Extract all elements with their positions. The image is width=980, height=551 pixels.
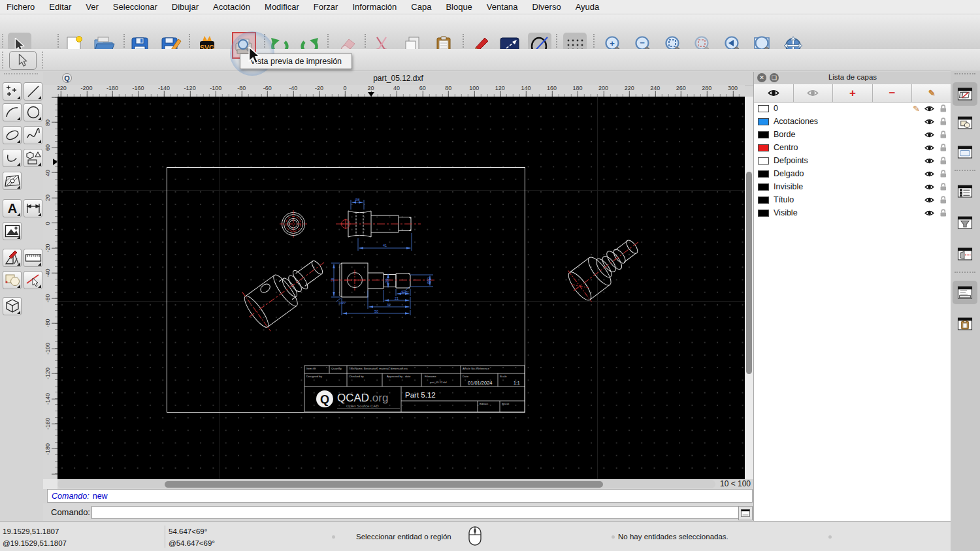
layer-name: Acotaciones [774, 117, 818, 126]
layer-row-7[interactable]: Título [754, 193, 951, 206]
svg-text:Q: Q [320, 393, 329, 406]
layer-row-2[interactable]: Borde [754, 128, 951, 141]
layer-visibility-icon[interactable] [924, 144, 934, 151]
drawing-canvas[interactable]: Ø8 41 18 Ø9 Ø10 1x45 [57, 97, 745, 479]
layer-visibility-icon[interactable] [924, 105, 934, 112]
blocks-panel-icon-button[interactable] [953, 111, 977, 134]
layer-row-3[interactable]: Centro [754, 141, 951, 154]
h-ruler-label: 300 [728, 85, 738, 91]
layer-toolbar: + − ✎ [754, 84, 951, 102]
layer-row-6[interactable]: Invisible [754, 180, 951, 193]
layer-lock-icon[interactable] [939, 209, 947, 217]
status-dot [828, 535, 832, 539]
spline-tool-button[interactable] [24, 126, 42, 144]
command-panel-button[interactable] [738, 506, 753, 520]
command-line-panel-icon-button[interactable] [953, 281, 977, 304]
solid-3d-tool-button[interactable] [3, 297, 22, 315]
measure-tool-button[interactable] [24, 249, 42, 267]
text-tool-button[interactable]: A [3, 199, 22, 217]
ellipse-tool-palette-button[interactable] [3, 126, 22, 144]
remove-layer-button[interactable]: − [873, 84, 913, 102]
menu-ayuda[interactable]: Ayuda [576, 2, 600, 12]
layer-lock-icon[interactable] [939, 131, 947, 138]
layer-row-1[interactable]: Acotaciones [754, 115, 951, 128]
horizontal-scrollbar-track[interactable] [57, 480, 715, 488]
status-dot [612, 535, 615, 539]
point-tool-icon [5, 84, 20, 99]
menu-capa[interactable]: Capa [411, 2, 431, 12]
svg-text:Designed by: Designed by [306, 375, 323, 378]
circle-tool-button[interactable] [24, 103, 42, 121]
menu-seleccionar[interactable]: Seleccionar [113, 2, 157, 12]
horizontal-scrollbar-thumb[interactable] [165, 481, 603, 488]
document-title[interactable]: part_05.12.dxf [43, 74, 753, 83]
command-input[interactable] [91, 506, 743, 519]
selection-mode-button[interactable] [9, 51, 37, 70]
layer-visibility-icon[interactable] [924, 118, 934, 125]
layer-row-0[interactable]: 0 ✎ [754, 102, 951, 115]
layer-visibility-icon[interactable] [924, 183, 934, 191]
layer-lock-icon[interactable] [939, 196, 947, 204]
layer-visibility-icon[interactable] [924, 170, 934, 178]
menu-ver[interactable]: Ver [86, 2, 99, 12]
property-editor-icon-button[interactable] [953, 180, 977, 203]
point-tool-button[interactable] [3, 82, 22, 101]
toolbar-handle[interactable] [42, 52, 43, 69]
toolbar-handle[interactable] [955, 73, 975, 74]
hide-all-layers-button[interactable] [794, 84, 834, 102]
shapes-icon [25, 151, 41, 165]
layer-row-5[interactable]: Delgado [754, 167, 951, 180]
layer-lock-icon[interactable] [939, 183, 947, 191]
toolbar-handle[interactable] [2, 52, 3, 69]
layer-row-8[interactable]: Visible [754, 206, 951, 219]
edit-layer-button[interactable]: ✎ [912, 84, 951, 102]
layer-row-4[interactable]: Defpoints [754, 154, 951, 167]
menu-bloque[interactable]: Bloque [446, 2, 472, 12]
h-ruler-label: 120 [495, 85, 505, 91]
menu-acotacion[interactable]: Acotación [213, 2, 250, 12]
menu-informacion[interactable]: Información [352, 2, 397, 12]
menu-dibujar[interactable]: Dibujar [172, 2, 199, 12]
layer-lock-icon[interactable] [939, 144, 947, 151]
eye-icon [768, 89, 779, 97]
vertical-scrollbar[interactable] [745, 97, 753, 479]
layer-visibility-icon[interactable] [924, 157, 934, 165]
menu-diverso[interactable]: Diverso [532, 2, 561, 12]
layers-panel-icon-button[interactable] [953, 82, 977, 106]
views-panel-icon-button[interactable] [953, 140, 977, 164]
line-tool-palette-button[interactable] [24, 82, 42, 101]
menu-modificar[interactable]: Modificar [265, 2, 299, 12]
layer-visibility-icon[interactable] [924, 210, 934, 217]
menu-fichero[interactable]: Fichero [7, 2, 35, 12]
menu-editar[interactable]: Editar [49, 2, 71, 12]
layer-lock-icon[interactable] [939, 170, 947, 178]
h-ruler-label: -40 [289, 85, 297, 91]
show-all-layers-button[interactable] [754, 84, 794, 102]
palette-handle[interactable] [4, 73, 38, 74]
hatch-tool-button[interactable] [3, 172, 22, 190]
polyline-tool-button[interactable] [3, 149, 22, 167]
snap-tool-button[interactable] [24, 271, 42, 289]
vertical-scrollbar-thumb[interactable] [746, 172, 752, 374]
clipboard-panel-icon-button[interactable] [953, 312, 977, 336]
dimension-tool-button[interactable] [24, 199, 42, 217]
menu-forzar[interactable]: Forzar [314, 2, 338, 12]
layer-lock-icon[interactable] [939, 118, 947, 125]
h-ruler-label: -120 [184, 85, 196, 91]
horizontal-scrollbar[interactable]: 10 < 100 [57, 479, 753, 489]
layer-visibility-icon[interactable] [924, 131, 934, 138]
shapes-tool-button[interactable] [24, 149, 42, 167]
layer-lock-icon[interactable] [939, 104, 947, 112]
layer-visibility-icon[interactable] [924, 197, 934, 204]
v-ruler-label: -80 [44, 319, 51, 328]
image-tool-button[interactable] [3, 222, 22, 240]
add-layer-button[interactable]: + [833, 84, 873, 102]
modify-tools-button[interactable] [3, 249, 22, 267]
menu-ventana[interactable]: Ventana [487, 2, 518, 12]
selection-filter-icon-button[interactable] [953, 211, 977, 234]
layer-color-swatch [758, 131, 769, 138]
arc-tool-button[interactable] [3, 103, 22, 121]
block-tool-button[interactable] [3, 271, 22, 289]
layer-lock-icon[interactable] [939, 157, 947, 165]
library-browser-icon-button[interactable] [953, 242, 977, 266]
